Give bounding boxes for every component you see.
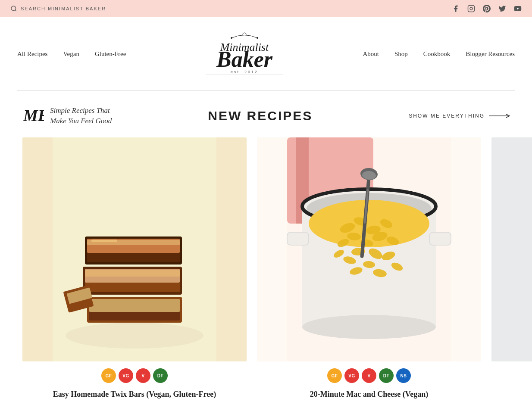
badge-vg-2: VG [344,368,359,383]
nav-vegan[interactable]: Vegan [63,50,79,58]
recipe-image-twix [22,137,247,361]
brand-tagline: MB Simple Recipes That Make You Feel Goo… [22,105,112,127]
arrow-icon [489,113,510,118]
tagline-line2: Make You Feel Good [50,116,112,126]
pinterest-icon[interactable] [483,5,491,12]
nav-left: All Recipes Vegan Gluten-Free [17,50,126,58]
twitter-icon[interactable] [498,5,506,12]
recipe-card-twix[interactable]: GF VG V DF Easy Homemade Twix Bars (Vega… [17,137,252,400]
badge-ns-2: NS [396,368,411,383]
svg-text:MB: MB [23,106,44,124]
svg-rect-24 [87,253,180,262]
recipe-title-mac: 20-Minute Mac and Cheese (Vegan) [310,389,428,400]
show-all-link[interactable]: SHOW ME EVERYTHING [409,113,510,119]
badge-vg-1: VG [119,368,133,383]
svg-rect-21 [85,270,180,277]
svg-point-0 [11,6,16,11]
badge-gf-1: GF [101,368,116,383]
nav-gluten-free[interactable]: Gluten-Free [95,50,126,58]
svg-rect-2 [468,6,475,12]
nav-cookbook[interactable]: Cookbook [423,50,451,58]
instagram-icon[interactable] [467,5,475,12]
svg-rect-20 [85,283,180,292]
recipe-card-mac[interactable]: GF VG V DF NS 20-Minute Mac and Cheese (… [252,137,486,400]
facebook-icon[interactable] [452,5,460,12]
badge-gf-2: GF [327,368,342,383]
social-icons [452,5,522,12]
search-icon [10,5,17,12]
recipe-badges-mac: GF VG V DF NS [327,368,411,383]
section-title: NEW RECIPES [208,109,313,123]
content-header: MB Simple Recipes That Make You Feel Goo… [0,91,532,137]
badge-df-2: DF [379,368,394,383]
logo-svg: Minimalist Baker est. 2012 [180,30,309,78]
brand-logo-small: MB [22,105,44,127]
svg-point-14 [66,323,203,349]
site-logo[interactable]: Minimalist Baker est. 2012 [180,26,309,82]
tagline-line1: Simple Recipes That [50,106,112,116]
nav-shop[interactable]: Shop [394,50,408,58]
top-bar: SEARCH MINIMALIST BAKER [0,0,532,17]
nav-all-recipes[interactable]: All Recipes [17,50,47,58]
recipe-badges-twix: GF VG V DF [101,368,168,383]
recipe-image-mac [257,137,481,361]
svg-rect-17 [89,312,180,321]
svg-point-5 [231,37,232,39]
mb-logo-icon: MB [22,105,44,127]
svg-rect-62 [522,137,532,361]
recipe-image-cookies [491,137,532,361]
svg-text:est. 2012: est. 2012 [231,70,258,74]
recipe-title-twix: Easy Homemade Twix Bars (Vegan, Gluten-F… [53,389,216,400]
svg-rect-16 [89,299,180,312]
youtube-icon[interactable] [514,5,522,12]
badge-v-2: V [362,368,376,383]
recipes-grid: GF VG V DF Easy Homemade Twix Bars (Vega… [0,137,532,417]
nav-about[interactable]: About [363,50,379,58]
main-nav: All Recipes Vegan Gluten-Free Minimalist… [0,17,532,90]
svg-line-1 [15,10,16,11]
search-label: SEARCH MINIMALIST BAKER [21,6,106,11]
badge-v-1: V [136,368,150,383]
svg-rect-26 [91,240,117,242]
svg-text:Baker: Baker [216,47,273,72]
svg-rect-61 [429,232,451,245]
search-area[interactable]: SEARCH MINIMALIST BAKER [10,5,106,12]
svg-point-34 [302,315,436,339]
badge-df-1: DF [153,368,168,383]
nav-right: About Shop Cookbook Blogger Resources [363,50,515,58]
svg-point-6 [257,37,258,39]
show-all-label: SHOW ME EVERYTHING [409,113,485,119]
nav-blogger-resources[interactable]: Blogger Resources [466,50,515,58]
tagline-text: Simple Recipes That Make You Feel Good [50,106,112,126]
svg-rect-60 [287,232,309,245]
recipe-card-cookies[interactable]: GF VG V DF Vegan Oatmeal Cookies (GF) [486,137,532,400]
